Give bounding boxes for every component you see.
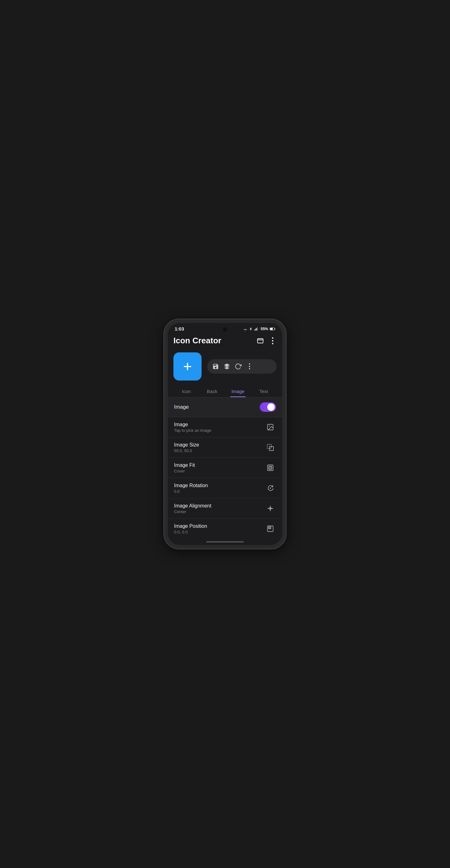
svg-rect-1 xyxy=(255,328,256,330)
bottom-bar xyxy=(168,539,282,545)
image-toggle-switch[interactable] xyxy=(260,402,276,412)
status-icons: 55% xyxy=(243,327,275,331)
svg-point-15 xyxy=(270,488,271,489)
image-fit-sub: Cover xyxy=(174,469,195,473)
image-position-title: Image Position xyxy=(174,523,207,529)
layers-button[interactable] xyxy=(223,363,230,370)
image-pick-row[interactable]: Image Tap to pick an image xyxy=(168,417,282,437)
layers-svg xyxy=(223,363,230,370)
resize-icon xyxy=(265,442,276,453)
image-rotation-sub: 0.0 xyxy=(174,489,208,494)
tab-image[interactable]: Image xyxy=(225,385,251,397)
refresh-svg xyxy=(235,363,242,370)
refresh-button[interactable] xyxy=(235,363,242,370)
preview-area: + ⋮ xyxy=(168,349,282,385)
settings-list: Image Image Tap to pick an image xyxy=(168,397,282,539)
save-svg xyxy=(212,363,219,370)
save-button[interactable] xyxy=(212,363,219,370)
image-size-row[interactable]: Image Size 50.0, 50.0 xyxy=(168,437,282,458)
svg-rect-6 xyxy=(275,328,275,330)
tab-text[interactable]: Text xyxy=(251,385,277,397)
image-toggle-row[interactable]: Image xyxy=(168,397,282,417)
more-options-icon[interactable]: ⋮ xyxy=(268,337,277,345)
image-alignment-text: Image Alignment Center xyxy=(174,503,211,514)
image-rotation-row[interactable]: Image Rotation 0.0 xyxy=(168,478,282,498)
image-fit-title: Image Fit xyxy=(174,462,195,468)
app-header: Icon Creator ⋮ xyxy=(168,333,282,349)
image-position-text: Image Position 0.0, 0.0 xyxy=(174,523,207,534)
image-icon xyxy=(265,422,276,433)
toggle-knob xyxy=(267,403,275,411)
image-alignment-title: Image Alignment xyxy=(174,503,211,509)
image-rotation-title: Image Rotation xyxy=(174,483,208,488)
rotation-icon xyxy=(265,483,276,494)
svg-rect-20 xyxy=(268,527,271,529)
image-size-text: Image Size 50.0, 50.0 xyxy=(174,442,199,453)
fit-icon xyxy=(265,462,276,473)
toolbar: ⋮ xyxy=(207,359,277,374)
image-alignment-row[interactable]: Image Alignment Center xyxy=(168,498,282,519)
image-rotation-text: Image Rotation 0.0 xyxy=(174,483,208,494)
tab-back[interactable]: Back xyxy=(199,385,225,397)
alarm-icon xyxy=(243,327,248,331)
signal-icon xyxy=(254,327,259,331)
image-alignment-sub: Center xyxy=(174,509,211,514)
camera-notch xyxy=(223,328,227,332)
svg-point-10 xyxy=(269,426,270,427)
image-fit-row[interactable]: Image Fit Cover xyxy=(168,458,282,478)
battery-text: 55% xyxy=(261,327,268,331)
toolbar-more-button[interactable]: ⋮ xyxy=(246,362,253,371)
phone-screen: 1:03 55% Icon Creator xyxy=(168,323,282,545)
image-toggle-label: Image xyxy=(174,404,189,410)
svg-rect-5 xyxy=(270,328,273,330)
phone-frame: 1:03 55% Icon Creator xyxy=(164,319,286,549)
app-title: Icon Creator xyxy=(173,336,221,345)
tab-icon[interactable]: Icon xyxy=(173,385,199,397)
image-size-sub: 50.0, 50.0 xyxy=(174,448,199,453)
position-icon xyxy=(265,523,276,534)
image-fit-text: Image Fit Cover xyxy=(174,462,195,473)
image-position-sub: 0.0, 0.0 xyxy=(174,530,207,534)
alignment-icon xyxy=(265,503,276,514)
image-pick-text: Image Tap to pick an image xyxy=(174,422,211,433)
bottom-pill xyxy=(206,541,244,542)
svg-rect-3 xyxy=(257,327,258,331)
header-actions: ⋮ xyxy=(257,337,277,345)
svg-rect-0 xyxy=(255,329,255,331)
plus-icon: + xyxy=(183,359,192,374)
battery-icon xyxy=(270,327,275,331)
image-size-title: Image Size xyxy=(174,442,199,448)
icon-preview[interactable]: + xyxy=(173,352,201,380)
image-pick-sub: Tap to pick an image xyxy=(174,428,211,433)
svg-rect-14 xyxy=(269,466,272,469)
window-icon[interactable] xyxy=(257,337,264,345)
image-position-row[interactable]: Image Position 0.0, 0.0 xyxy=(168,519,282,539)
image-pick-title: Image xyxy=(174,422,211,428)
svg-rect-7 xyxy=(257,339,263,343)
window-svg xyxy=(257,337,264,345)
svg-rect-2 xyxy=(256,328,257,331)
tab-bar: Icon Back Image Text xyxy=(168,385,282,397)
bluetooth-icon xyxy=(249,327,253,331)
status-time: 1:03 xyxy=(175,326,184,332)
